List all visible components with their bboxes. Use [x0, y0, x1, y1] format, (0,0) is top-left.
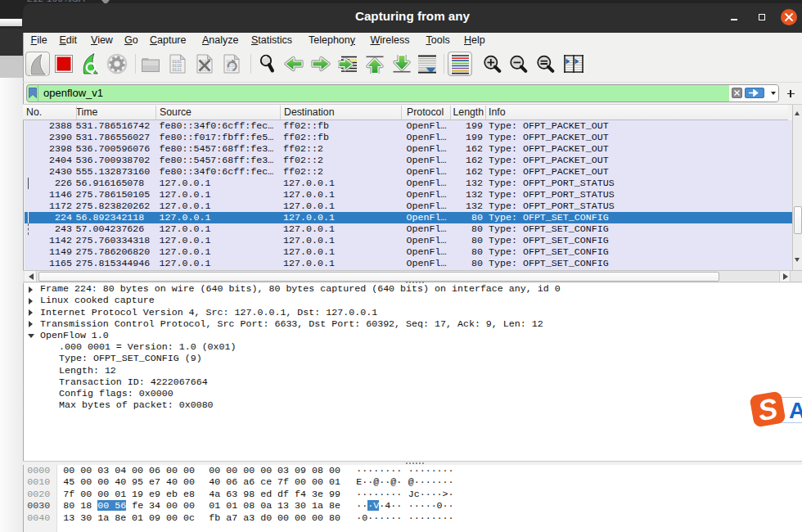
svg-text:0111: 0111 [172, 68, 182, 72]
